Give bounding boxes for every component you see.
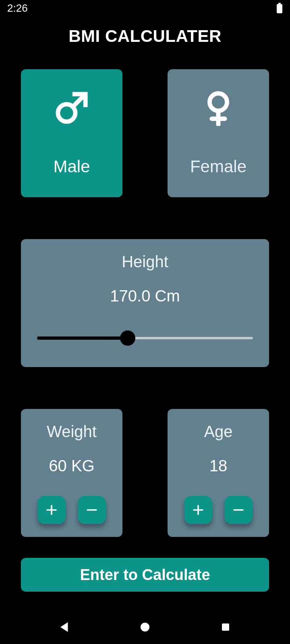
gender-label-female: Female: [190, 157, 246, 176]
height-value: 170.0 Cm: [110, 287, 180, 305]
svg-rect-15: [222, 623, 229, 631]
age-minus-button[interactable]: [224, 496, 253, 524]
svg-rect-0: [278, 3, 281, 4]
app-title: BMI CALCULATER: [0, 16, 290, 62]
svg-line-3: [73, 95, 84, 107]
age-title: Age: [204, 423, 232, 441]
calculate-button[interactable]: Enter to Calculate: [21, 558, 269, 592]
home-circle-icon: [138, 620, 152, 636]
height-slider-thumb[interactable]: [120, 330, 135, 346]
age-card: Age 18: [168, 409, 269, 537]
nav-recent-button[interactable]: [216, 619, 235, 637]
height-slider-wrap: [21, 329, 269, 347]
svg-point-4: [209, 93, 227, 111]
weight-buttons: [37, 496, 106, 524]
svg-rect-1: [277, 4, 282, 13]
nav-back-button[interactable]: [55, 619, 74, 637]
status-time: 2:26: [7, 2, 28, 14]
plus-icon: [44, 503, 59, 517]
system-nav-bar: [0, 612, 290, 644]
gender-row: Male Female: [21, 69, 269, 197]
male-icon: [52, 88, 92, 128]
svg-point-14: [141, 623, 149, 632]
minus-icon: [85, 503, 99, 517]
height-slider[interactable]: [37, 329, 253, 347]
calculate-button-label: Enter to Calculate: [80, 566, 210, 584]
weight-card: Weight 60 KG: [21, 409, 122, 537]
gender-card-male[interactable]: Male: [21, 69, 122, 197]
height-title: Height: [122, 253, 168, 271]
plus-icon: [191, 503, 205, 517]
age-plus-button[interactable]: [184, 496, 212, 524]
nav-home-button[interactable]: [136, 619, 154, 637]
weight-age-row: Weight 60 KG Age: [21, 409, 269, 537]
height-card: Height 170.0 Cm: [21, 239, 269, 367]
weight-plus-button[interactable]: [37, 496, 66, 524]
gender-label-male: Male: [53, 157, 90, 176]
weight-title: Weight: [47, 423, 97, 441]
age-value: 18: [209, 457, 228, 475]
gender-card-female[interactable]: Female: [168, 69, 269, 197]
weight-minus-button[interactable]: [78, 496, 106, 524]
svg-marker-13: [60, 622, 68, 632]
back-triangle-icon: [58, 620, 71, 636]
status-bar: 2:26: [0, 0, 290, 16]
female-icon: [198, 88, 238, 128]
age-buttons: [184, 496, 253, 524]
status-right: [276, 3, 283, 13]
battery-icon: [276, 3, 283, 13]
weight-value: 60 KG: [49, 457, 94, 475]
recent-square-icon: [220, 621, 232, 635]
height-slider-fill: [37, 336, 128, 340]
minus-icon: [231, 503, 246, 517]
